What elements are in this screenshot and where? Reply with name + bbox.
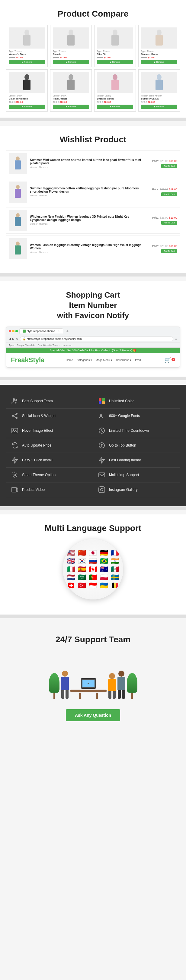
store-nav: Home Categories ▾ Mega Menu ▾ Collection… <box>66 358 143 361</box>
svg-rect-17 <box>15 161 21 169</box>
bookmark-google-translate[interactable]: Google Translate <box>17 344 35 347</box>
svg-point-8 <box>24 74 29 80</box>
refresh-btn[interactable]: ↻ <box>16 337 18 340</box>
flag-globe: 🇺🇸 🇨🇳 🇯🇵 🇩🇪 🇫🇷 🇬🇧 🇰🇷 🇷🇺 🇧🇷 🇮🇳 🇮🇹 🇪🇸 🇨🇦 🇦… <box>63 539 123 600</box>
nav-collections[interactable]: Collections ▾ <box>116 358 131 361</box>
browser-dot-green[interactable] <box>15 330 18 332</box>
flag-tr: 🇹🇷 <box>77 582 87 590</box>
pc8-remove-btn[interactable]: ▶ Remove <box>141 105 177 109</box>
wishlist-item-3: Wholesome New Fashion Women leggings 3D … <box>6 207 180 234</box>
nav-mega-menu[interactable]: Mega Menu ▾ <box>96 358 112 361</box>
flag-ch: 🇨🇭 <box>66 582 76 590</box>
flag-es: 🇪🇸 <box>77 565 87 573</box>
pc6-remove-btn[interactable]: ▶ Remove <box>53 105 89 109</box>
back-btn[interactable]: ◀ <box>9 337 11 340</box>
flag-ru: 🇷🇺 <box>88 557 98 565</box>
browser-dot-red[interactable] <box>9 330 11 332</box>
pc1-price: $15.0 $12.00 <box>9 56 45 59</box>
feature-countdown-label: Limited Time Countdown <box>109 428 149 433</box>
wishlist-vendor-4: Vendor: Themes <box>30 251 144 254</box>
svg-rect-1 <box>23 35 30 46</box>
forward-btn[interactable]: ▶ <box>12 337 14 340</box>
pc4-price: $15.0 $12.00 <box>141 56 177 59</box>
pc6-price: $24.0 $20.00 <box>53 101 89 103</box>
pc7-remove-btn[interactable]: ▶ Remove <box>97 105 133 109</box>
svg-rect-11 <box>67 80 75 90</box>
bookmark-apps[interactable]: Apps <box>9 344 14 347</box>
feature-product-video-label: Product Video <box>22 488 45 492</box>
pc4-remove-btn[interactable]: ▶ Remove <box>141 60 177 64</box>
svg-point-2 <box>69 30 74 36</box>
bookmarks-bar: Apps Google Translate Free Website Temp.… <box>6 343 180 348</box>
svg-point-22 <box>16 242 19 246</box>
pc3-remove-btn[interactable]: ▶ Remove <box>97 60 133 64</box>
svg-rect-27 <box>102 398 105 401</box>
pc1-remove-btn[interactable]: ▶ Remove <box>9 60 45 64</box>
divider-3 <box>0 377 186 380</box>
bookmark-free-website[interactable]: Free Website Temp... <box>37 344 60 347</box>
feature-google-fonts-label: 600+ Google Fonts <box>109 414 140 418</box>
wishlist-title: Wishlist Product <box>6 135 180 145</box>
feature-social-icon-label: Social Icon & Widget <box>22 414 56 418</box>
flag-kr: 🇰🇷 <box>77 557 87 565</box>
pc2-label: Type: Themes <box>53 50 89 52</box>
wishlist-vendor-2: Vendor: Themes <box>30 194 144 197</box>
svg-text:A: A <box>99 413 103 419</box>
flag-jp: 🇯🇵 <box>88 549 98 557</box>
svg-point-16 <box>16 156 19 161</box>
countdown-icon <box>98 426 106 435</box>
browser-tab-label: style-responsive-theme <box>27 329 55 332</box>
nav-categories[interactable]: Categories ▾ <box>77 358 92 361</box>
pc2-name: Classic <box>53 53 89 56</box>
divider-5 <box>0 614 186 618</box>
svg-point-30 <box>16 413 18 415</box>
url-input[interactable]: 🔒 https://style-responsive-theme.myshopi… <box>20 337 173 341</box>
product-compare-title: Product Compare <box>6 9 180 19</box>
svg-line-33 <box>14 417 16 418</box>
wishlist-vendor-3: Vendor: Themes <box>30 223 144 225</box>
pc5-remove-btn[interactable]: ▶ Remove <box>9 105 45 109</box>
wishlist-add-btn-2[interactable]: Add To Cart <box>161 192 177 196</box>
feature-fast-loading: Fast Loading theme <box>93 453 180 468</box>
mailchimp-icon <box>98 471 106 479</box>
bookmark-star[interactable]: ☆ <box>175 337 177 340</box>
browser-title-bar: style-responsive-theme ✕ + <box>6 327 180 335</box>
svg-point-24 <box>13 398 15 401</box>
plant-right <box>127 673 137 698</box>
wishlist-add-btn-4[interactable]: Add To Cart <box>161 249 177 253</box>
wishlist-price-4: Price: $25.00 $19.00 Add To Cart <box>147 245 177 253</box>
feature-mailchimp: Mailchimp Support <box>93 468 180 482</box>
svg-line-34 <box>14 414 16 415</box>
feature-mailchimp-label: Mailchimp Support <box>109 473 139 477</box>
promo-bar: Special Offer: Get $50 Cash Back for Fir… <box>6 348 180 353</box>
ask-question-button[interactable]: Ask Any Question <box>66 709 120 721</box>
hover-image-icon <box>11 426 19 435</box>
svg-rect-42 <box>12 487 16 492</box>
browser-dot-yellow[interactable] <box>12 330 14 332</box>
wishlist-price-2: Price: $25.00 $19.00 Add To Cart <box>147 188 177 196</box>
store-header: FreakStyle Home Categories ▾ Mega Menu ▾… <box>6 353 180 367</box>
feature-google-fonts: A 600+ Google Fonts <box>93 409 180 423</box>
bookmark-amazon[interactable]: amazon <box>63 344 71 347</box>
wishlist-img-1 <box>9 153 27 174</box>
svg-rect-7 <box>156 35 163 46</box>
wishlist-add-btn-3[interactable]: Add To Cart <box>161 221 177 224</box>
browser-mockup: style-responsive-theme ✕ + ◀ ▶ ↻ 🔒 https… <box>6 326 180 368</box>
new-tab-btn[interactable]: + <box>65 329 70 334</box>
svg-point-4 <box>112 30 117 36</box>
cart-icon[interactable]: 🛒 <box>164 357 171 363</box>
nav-home[interactable]: Home <box>66 358 73 361</box>
svg-point-25 <box>15 399 17 401</box>
tab-close-icon[interactable]: ✕ <box>58 329 60 332</box>
feature-social-icon: Social Icon & Widget <box>6 409 93 423</box>
auto-update-icon <box>11 441 19 450</box>
nav-more[interactable]: Prod... <box>135 358 143 361</box>
product-card-6: Vendor: ZARA Plaid Jacket $24.0 $20.00 ▶… <box>50 69 92 111</box>
support-title: 24/7 Support Team <box>6 635 180 644</box>
laptop: 💻 <box>81 678 96 689</box>
flag-fr: 🇫🇷 <box>110 549 120 557</box>
pc2-remove-btn[interactable]: ▶ Remove <box>53 60 89 64</box>
wishlist-add-btn-1[interactable]: Add To Cart <box>161 164 177 168</box>
browser-tab[interactable]: style-responsive-theme ✕ <box>19 328 63 334</box>
pc6-name: Plaid Jacket <box>53 97 89 100</box>
